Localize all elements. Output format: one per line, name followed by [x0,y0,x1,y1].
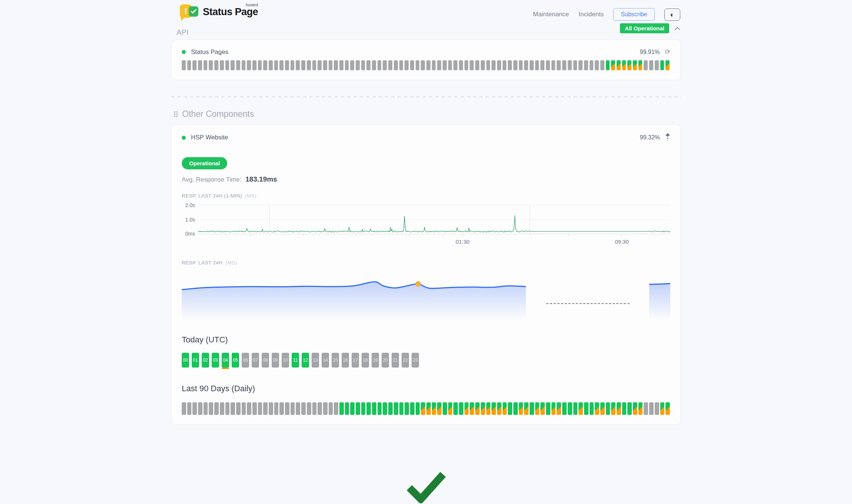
day-uptime-box [649,402,654,415]
uptime-bar [432,60,436,70]
day-uptime-box [470,402,474,415]
day-uptime-box [231,402,235,415]
uptime-bar [644,60,648,70]
day-uptime-box [399,402,404,415]
uptime-bar [551,60,556,70]
nav-maintenance[interactable]: Maintenance [533,11,569,18]
day-uptime-box [443,402,447,415]
day-uptime-box [329,402,333,415]
day-uptime-box [361,402,366,415]
uptime-bar [437,60,441,70]
uptime-bar [334,60,338,70]
big-check-icon [403,469,449,503]
brand-superscript: hosted [246,3,258,7]
chevron-up-icon[interactable] [674,27,680,30]
uptime-bar [540,60,544,70]
hour-box: 12 [302,353,309,368]
uptime-bar [291,60,295,70]
uptime-bar [649,60,653,70]
day-uptime-box [220,402,224,415]
day-uptime-box [214,402,219,415]
day-uptime-box [600,402,605,415]
y-tick-2s: 2.0s [185,202,195,208]
day-uptime-box [263,402,268,415]
uptime-bar [665,60,670,70]
day-uptime-box [242,402,246,415]
uptime-bar [410,60,414,70]
uptime-bar [448,60,452,70]
day-uptime-box [530,402,534,415]
uptime-bar [339,60,343,70]
day-uptime-box [291,402,295,415]
uptime-bar [323,60,327,70]
day-uptime-box [312,402,317,415]
day-uptime-box [535,402,540,415]
uptime-bar [513,60,517,70]
day-uptime-box [421,402,425,415]
uptime-bar [519,60,523,70]
check-bubble-icon [189,6,198,17]
theme-toggle-button[interactable]: ◐ [664,9,680,21]
day-uptime-box [627,402,632,415]
avg-response-row: Avg. Response Time: 183.19ms [182,175,670,183]
day-uptime-box [584,402,588,415]
hour-box: 08 [262,353,269,368]
uptime-bar [318,60,322,70]
all-operational-badge[interactable]: All Operational [620,23,669,33]
uptime-bar [595,60,599,70]
refresh-icon[interactable]: ⟳ [665,48,670,56]
uptime-bar [584,60,588,70]
day-uptime-box [279,402,284,415]
uptime-bar [606,60,610,70]
day-uptime-box [318,402,322,415]
last-90-days-boxes [182,402,670,415]
uptime-bar [231,60,235,70]
response-time-area-chart [182,269,670,325]
day-uptime-box [617,402,621,415]
hour-box: 13 [312,353,319,368]
day-uptime-box [301,402,306,415]
uptime-bar [557,60,561,70]
day-uptime-box [366,402,371,415]
uptime-bar [416,60,420,70]
day-uptime-box [372,402,376,415]
uptime-bar [497,60,501,70]
status-page-logo-icon: ! [180,4,198,20]
day-uptime-box [405,402,409,415]
day-uptime-box [578,402,583,415]
line-chart-svg: 01:3009:30 [198,204,670,247]
uptime-bar [562,60,566,70]
uptime-bar [470,60,474,70]
uptime-bar [209,60,213,70]
hour-box: 10 [282,353,289,368]
day-uptime-box [192,402,197,415]
day-uptime-box [269,402,273,415]
day-uptime-box [568,402,572,415]
nav-incidents[interactable]: Incidents [578,11,604,18]
hour-box: 06 [242,353,249,368]
uptime-bar [285,60,289,70]
uptime-bar [192,60,197,70]
day-uptime-box [437,402,442,415]
uptime-bar [475,60,479,70]
day-uptime-box [307,402,311,415]
day-uptime-box [204,402,208,415]
day-uptime-box [492,402,496,415]
hour-box: 09 [272,353,279,368]
day-uptime-box [655,402,659,415]
day-uptime-box [546,402,550,415]
subscribe-button[interactable]: Subscribe [613,8,654,21]
uptime-bar [378,60,382,70]
day-uptime-box [453,402,458,415]
day-uptime-box [486,402,491,415]
day-uptime-box [426,402,431,415]
day-uptime-box [519,402,523,415]
uptime-bar [312,60,316,70]
grid-icon [174,111,178,117]
hour-box: 21 [392,353,399,368]
uptime-bar [274,60,278,70]
day-uptime-box [416,402,420,415]
day-uptime-box [198,402,202,415]
area-chart-tail-svg [649,269,670,325]
hsp-website-card: HSP Website 99.32% Operational Avg. Resp… [171,124,681,425]
